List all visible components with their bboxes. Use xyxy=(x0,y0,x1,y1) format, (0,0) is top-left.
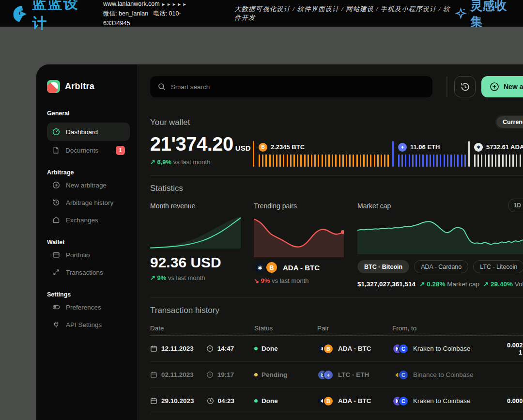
clock-icon xyxy=(206,371,214,378)
ada-icon: ∗ xyxy=(474,143,483,152)
status-dot xyxy=(254,399,258,403)
tx-status: Done xyxy=(262,397,278,404)
market-cap-stats: $1,327,027,361,514 ↗ 0.28% Market cap ↗ … xyxy=(357,280,523,288)
pill-ltc[interactable]: LTC - Litecoin xyxy=(473,260,523,273)
site-url[interactable]: www.lanlanwork.com xyxy=(103,0,160,7)
sidebar: Arbitra General Dashboard Documents 1 Ar… xyxy=(36,64,137,420)
sidebar-item-exchanges[interactable]: Exchanges xyxy=(47,212,130,228)
tx-amount: 0.0000 xyxy=(504,397,523,404)
sidebar-item-label: Exchanges xyxy=(66,217,98,224)
history-icon xyxy=(52,199,60,206)
site-wechat: 微信: ben_lanlan xyxy=(103,10,148,17)
clock-icon xyxy=(206,345,214,352)
bank-icon xyxy=(52,216,60,224)
history-button-icon xyxy=(460,82,470,92)
sidebar-item-documents[interactable]: Documents 1 xyxy=(47,142,130,158)
sidebar-item-portfolio[interactable]: Portfolio xyxy=(47,247,130,263)
segment-amount: 2.2345 BTC xyxy=(271,143,305,151)
trending-pairs-card: Trending pairs ∗B ADA - BTC ↘ 9% vs last… xyxy=(254,202,344,288)
month-revenue-value: 92.36 USD xyxy=(150,254,241,271)
toggle-currencies[interactable]: Currencies xyxy=(496,116,523,128)
nav-section-arbitrage: Arbitrage xyxy=(47,169,130,176)
wallet-balance: 21'374.20USD xyxy=(150,133,253,155)
nav-section-settings: Settings xyxy=(47,291,130,298)
brand-name: Arbitra xyxy=(65,81,94,92)
wallet-bar: B2.2345 BTC ♦11.06 ETH xyxy=(253,141,523,167)
statistics-title: Statistics xyxy=(150,184,523,193)
tx-route: Kraken to Coinbase xyxy=(413,345,471,352)
segment-ticks xyxy=(259,155,390,167)
sidebar-item-preferences[interactable]: Preferences xyxy=(47,299,130,315)
month-revenue-label: Month revenue xyxy=(150,202,241,210)
tx-status: Done xyxy=(262,345,278,352)
eth-icon: ♦ xyxy=(323,370,334,380)
sidebar-item-label: Dashboard xyxy=(66,128,98,136)
sidebar-item-api-settings[interactable]: API Settings xyxy=(47,316,130,333)
toggle-icon xyxy=(52,303,60,311)
sidebar-item-arbitrage-history[interactable]: Arbitrage history xyxy=(47,194,130,211)
swap-icon xyxy=(52,268,60,276)
main-content: New arbitrage Your wallet Currencies Exc… xyxy=(137,64,523,420)
calendar-icon xyxy=(150,345,157,352)
sidebar-item-transactions[interactable]: Transactions xyxy=(47,264,130,280)
transaction-row[interactable]: 29.10.2023 04:23 Done ∗B ADA - BTC KC Kr… xyxy=(150,388,523,414)
sidebar-item-dashboard[interactable]: Dashboard xyxy=(47,123,130,141)
inspiration-collect[interactable]: 灵感收集 xyxy=(455,0,523,30)
wallet-header: Your wallet Currencies Exchanges xyxy=(150,118,523,129)
site-contact: www.lanlanwork.com ►►►►► 微信: ben_lanlan … xyxy=(103,0,200,28)
coin-pill-row: BTC - Bitcoin ADA - Cardano LTC - Liteco… xyxy=(357,260,523,273)
col-date: Date xyxy=(150,325,254,332)
nav-section-wallet: Wallet xyxy=(47,239,130,246)
sidebar-item-label: Preferences xyxy=(66,304,101,311)
wallet-currency: USD xyxy=(235,144,251,152)
segment-amount: 11.06 ETH xyxy=(410,143,440,151)
topbar: New arbitrage xyxy=(150,76,523,97)
trending-pair: ∗B ADA - BTC xyxy=(254,261,344,274)
col-pair: Pair xyxy=(317,325,392,332)
eth-icon: ♦ xyxy=(398,143,407,152)
sidebar-item-new-arbitrage[interactable]: New arbitrage xyxy=(47,177,130,193)
tx-amount: 0.002 1 xyxy=(504,342,523,356)
topbar-divider xyxy=(446,77,447,97)
brand[interactable]: Arbitra xyxy=(47,78,130,94)
new-arbitrage-button[interactable]: New arbitrage xyxy=(481,76,523,97)
month-revenue-chart xyxy=(150,217,241,249)
site-services: 大数据可视化设计 / 软件界面设计 / 网站建设 / 手机及小程序设计 / 软件… xyxy=(234,5,455,22)
site-logo-text: 蓝蓝设计 xyxy=(32,0,90,33)
pill-btc[interactable]: BTC - Bitcoin xyxy=(357,260,409,273)
lanlan-logo[interactable]: 蓝蓝设计 xyxy=(0,0,90,33)
wallet-segment-ada[interactable]: ∗5732.61 ADA xyxy=(468,141,523,167)
wallet-view-toggle: Currencies Exchanges xyxy=(495,115,523,129)
wallet-segment-eth[interactable]: ♦11.06 ETH xyxy=(392,141,466,167)
tx-status: Pending xyxy=(262,371,287,378)
status-dot xyxy=(254,373,258,376)
range-toggle: 1D 7D 1M xyxy=(508,199,523,212)
search-input[interactable] xyxy=(171,83,425,91)
cap-value: $1,327,027,361,514 xyxy=(357,280,415,288)
segment-amount: 5732.61 ADA xyxy=(486,143,523,151)
trending-change: ↘ 9% vs last month xyxy=(254,277,344,284)
pill-ada[interactable]: ADA - Cardano xyxy=(414,260,468,273)
section-divider xyxy=(150,175,523,176)
search-bar[interactable] xyxy=(150,76,432,97)
tx-pair: ADA - BTC xyxy=(338,345,371,352)
tx-route: Kraken to Coinbase xyxy=(413,397,471,404)
documents-badge: 1 xyxy=(116,146,125,155)
tx-route: Binance to Coinbase xyxy=(413,371,474,378)
sidebar-item-label: Transactions xyxy=(66,269,103,276)
btc-icon: B xyxy=(323,396,334,406)
clock-icon xyxy=(207,397,214,404)
history-button[interactable] xyxy=(454,76,476,97)
wallet-segment-btc[interactable]: B2.2345 BTC xyxy=(253,141,390,167)
coinbase-icon: C xyxy=(398,370,409,380)
transactions-header: Date Status Pair From, to xyxy=(150,321,523,336)
btc-icon: B xyxy=(259,143,267,152)
site-banner: 蓝蓝设计 www.lanlanwork.com ►►►►► 微信: ben_la… xyxy=(0,0,523,27)
wallet-change: ↗ 6,9% vs last month xyxy=(150,158,253,166)
col-status: Status xyxy=(254,325,317,332)
transaction-row[interactable]: 12.11.2023 14:47 Done ∗B ADA - BTC KC Kr… xyxy=(150,336,523,362)
transaction-row[interactable]: 02.11.2023 19:17 Pending Ł♦ LTC - ETH ◆C… xyxy=(150,362,523,388)
transactions-title: Transaction history xyxy=(150,306,523,315)
statistics-row: Month revenue 92.36 USD ↗ 9% vs last mon… xyxy=(150,202,523,288)
range-1d[interactable]: 1D xyxy=(509,200,523,211)
